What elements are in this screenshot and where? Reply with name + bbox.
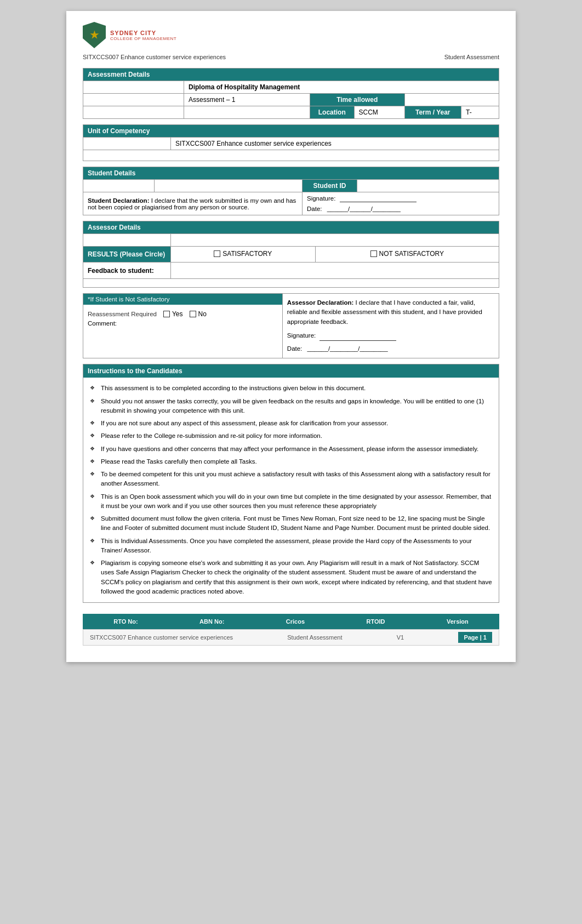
qual-code-value: Diploma of Hospitality Management — [184, 81, 499, 94]
assessor-date-row: Date: ______/________/________ — [287, 344, 494, 353]
footer-version: V1 — [397, 634, 404, 641]
term-year-label: Term / Year — [404, 106, 461, 119]
footer-col-1: ABN No: — [199, 618, 224, 625]
assessor-sig-line — [319, 331, 396, 341]
date-value: ______/______/________ — [327, 206, 401, 212]
footer-area: RTO No: ABN No: Cricos RTOID Version SIT… — [83, 614, 499, 646]
instruction-item-7: To be deemed competent for this unit you… — [90, 468, 492, 490]
instruction-item-11: Plagiarism is copying someone else's wor… — [90, 557, 492, 598]
assessor-details-header: Assessor Details — [83, 221, 499, 234]
national-code-value: SITXCCS007 Enhance customer service expe… — [171, 138, 499, 150]
assessment-type-value: Assessment – 1 — [184, 94, 310, 106]
unit-competency-table: Unit of Competency National Code/Title S… — [83, 124, 499, 161]
no-label: No — [198, 310, 207, 318]
satisfactory-checkbox — [214, 250, 220, 257]
instruction-item-5: If you have questions and other concerns… — [90, 443, 492, 455]
doc-code: SITXCCS007 Enhance customer service expe… — [83, 54, 226, 60]
footer-doc-name: SITXCCS007 Enhance customer service expe… — [90, 634, 233, 641]
qual-code-label: Qualification Code/Title — [83, 81, 184, 94]
instruction-item-8: This is an Open book assessment which yo… — [90, 490, 492, 513]
no-option: No — [190, 310, 207, 318]
instructions-list: This assessment is to be completed accor… — [90, 382, 492, 598]
not-satisfactory-text: NOT SATISFACTORY — [379, 250, 444, 258]
footer-bar: RTO No: ABN No: Cricos RTOID Version — [83, 614, 499, 629]
bottom-page-row: SITXCCS007 Enhance customer service expe… — [83, 629, 499, 646]
reassessment-inner: Reassessment Required Yes No Comment: — [83, 305, 282, 352]
location-value: SCCM — [354, 106, 404, 119]
instruction-item-9: Submitted document must follow the given… — [90, 512, 492, 535]
instructions-body: This assessment is to be completed accor… — [83, 378, 499, 602]
yes-label: Yes — [172, 310, 183, 318]
footer-page-num: Page | 1 — [458, 632, 492, 643]
feedback-value — [171, 263, 499, 279]
reassessment-label: Reassessment Required — [88, 311, 157, 317]
student-declaration: Student Declaration: I declare that the … — [83, 192, 303, 215]
date-label: Date: — [307, 206, 322, 212]
logo-text: SYDNEY CITY COLLEGE OF MANAGEMENT — [110, 30, 176, 41]
not-satisfactory-note: *If Student is Not Satisfactory — [83, 294, 282, 305]
logo-area: ★ SYDNEY CITY COLLEGE OF MANAGEMENT — [83, 22, 176, 48]
unit-competency-spacer — [83, 150, 499, 161]
student-name-value — [155, 180, 303, 192]
not-satisfactory-cell: NOT SATISFACTORY — [315, 247, 499, 263]
date-row: Date: ______/______/________ — [307, 206, 494, 212]
due-date-label: Due Date — [83, 106, 184, 119]
comment-space — [88, 327, 278, 349]
reassessment-section: *If Student is Not Satisfactory Reassess… — [83, 293, 499, 358]
time-allowed-label: Time allowed — [310, 94, 405, 106]
instructions-header: Instructions to the Candidates — [83, 364, 499, 378]
doc-type: Student Assessment — [444, 54, 499, 60]
satisfactory-text: SATISFACTORY — [222, 250, 272, 258]
logo-shield-container: ★ — [83, 22, 106, 48]
feedback-spacer — [83, 279, 499, 288]
time-allowed-value — [404, 94, 499, 106]
student-name-label: Student Name — [83, 180, 155, 192]
instructions-section: Instructions to the Candidates This asse… — [83, 364, 499, 603]
satisfactory-label: SATISFACTORY — [214, 250, 272, 258]
instruction-item-2: Should you not answer the tasks correctl… — [90, 395, 492, 418]
comment-label: Comment: — [88, 320, 117, 327]
no-checkbox — [190, 311, 196, 317]
declaration-label: Student Declaration: — [88, 197, 149, 204]
assessor-declaration-text: Assessor Declaration: I declare that I h… — [287, 298, 494, 327]
logo-text-bottom: COLLEGE OF MANAGEMENT — [110, 36, 176, 41]
footer-doc-type: Student Assessment — [287, 634, 342, 641]
student-id-value — [357, 180, 499, 192]
due-date-value — [184, 106, 310, 119]
doc-header: SITXCCS007 Enhance customer service expe… — [83, 54, 499, 62]
results-label: RESULTS (Please Circle) — [83, 247, 171, 263]
satisfactory-cell: SATISFACTORY — [171, 247, 316, 263]
footer-col-0: RTO No: — [113, 618, 138, 625]
page: ★ SYDNEY CITY COLLEGE OF MANAGEMENT SITX… — [66, 11, 516, 662]
location-label: Location — [310, 106, 355, 119]
assessor-details-table: Assessor Details Assessor's Name RESULTS… — [83, 221, 499, 288]
assessor-sig-label: Signature: — [287, 332, 316, 339]
reassess-row: Reassessment Required Yes No — [88, 310, 278, 318]
logo-header: ★ SYDNEY CITY COLLEGE OF MANAGEMENT — [83, 22, 499, 48]
instruction-item-4: Please refer to the College re-submissio… — [90, 430, 492, 442]
signature-row: Signature: — [307, 195, 494, 202]
reassessment-left: *If Student is Not Satisfactory Reassess… — [83, 294, 283, 358]
instruction-item-6: Please read the Tasks carefully then com… — [90, 455, 492, 468]
yes-option: Yes — [163, 310, 183, 318]
term-year-value: T- — [461, 106, 499, 119]
yes-checkbox — [163, 311, 170, 317]
footer-col-3: RTOID — [367, 618, 385, 625]
signature-label: Signature: — [307, 195, 335, 202]
assessor-date-label: Date: — [287, 345, 303, 352]
shield-icon: ★ — [83, 22, 106, 48]
unit-competency-header: Unit of Competency — [83, 125, 499, 138]
feedback-label: Feedback to student: — [83, 263, 171, 279]
instruction-item-10: This is Individual Assessments. Once you… — [90, 535, 492, 557]
not-satisfactory-label: NOT SATISFACTORY — [370, 250, 444, 258]
assessment-details-table: Assessment Details Qualification Code/Ti… — [83, 68, 499, 119]
assessor-declaration-right: Assessor Declaration: I declare that I h… — [283, 294, 499, 358]
footer-col-4: Version — [447, 618, 469, 625]
student-details-table: Student Details Student Name Student ID … — [83, 167, 499, 215]
assessor-name-label: Assessor's Name — [83, 234, 171, 247]
assessment-type-label: Assessment Type — [83, 94, 184, 106]
assessor-sig-row: Signature: — [287, 331, 494, 341]
student-details-header: Student Details — [83, 167, 499, 180]
assessor-declaration-title: Assessor Declaration: — [287, 299, 353, 306]
logo-text-top: SYDNEY CITY — [110, 30, 176, 36]
